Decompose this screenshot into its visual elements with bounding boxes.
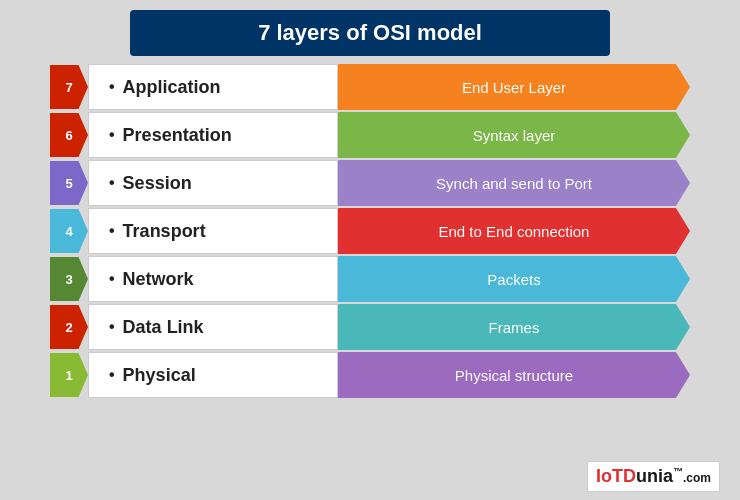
layer-number-3: 3: [50, 257, 88, 301]
layer-row: 3•NetworkPackets: [50, 256, 690, 302]
bullet-icon: •: [109, 270, 115, 288]
layer-row: 5•SessionSynch and send to Port: [50, 160, 690, 206]
bullet-icon: •: [109, 222, 115, 240]
layer-name-2: •Session: [88, 160, 338, 206]
layer-desc-0: End User Layer: [338, 64, 690, 110]
layer-desc-2: Synch and send to Port: [338, 160, 690, 206]
brand-iot: IoT: [596, 466, 623, 486]
layer-name-3: •Transport: [88, 208, 338, 254]
layer-row: 7•ApplicationEnd User Layer: [50, 64, 690, 110]
layer-number-6: 6: [50, 113, 88, 157]
brand-tm: ™: [673, 466, 683, 477]
layer-row: 4•TransportEnd to End connection: [50, 208, 690, 254]
layer-desc-6: Physical structure: [338, 352, 690, 398]
bullet-icon: •: [109, 78, 115, 96]
page-title: 7 layers of OSI model: [258, 20, 482, 45]
layer-number-4: 4: [50, 209, 88, 253]
bullet-icon: •: [109, 366, 115, 384]
layer-desc-5: Frames: [338, 304, 690, 350]
layer-label: Physical: [123, 365, 196, 386]
layer-number-7: 7: [50, 65, 88, 109]
brand-com: .com: [683, 471, 711, 485]
layer-label: Transport: [123, 221, 206, 242]
layer-label: Data Link: [123, 317, 204, 338]
brand-logo: IoTDunia™.com: [587, 461, 720, 492]
layer-label: Application: [123, 77, 221, 98]
layer-desc-1: Syntax layer: [338, 112, 690, 158]
layer-name-0: •Application: [88, 64, 338, 110]
layers-container: 7•ApplicationEnd User Layer6•Presentatio…: [20, 64, 720, 398]
layer-number-1: 1: [50, 353, 88, 397]
bullet-icon: •: [109, 318, 115, 336]
layer-row: 6•PresentationSyntax layer: [50, 112, 690, 158]
brand-d: D: [623, 466, 636, 486]
layer-label: Session: [123, 173, 192, 194]
layer-row: 1•PhysicalPhysical structure: [50, 352, 690, 398]
bullet-icon: •: [109, 126, 115, 144]
brand-unia: unia: [636, 466, 673, 486]
layer-desc-3: End to End connection: [338, 208, 690, 254]
layer-number-2: 2: [50, 305, 88, 349]
layer-name-5: •Data Link: [88, 304, 338, 350]
layer-desc-4: Packets: [338, 256, 690, 302]
layer-label: Presentation: [123, 125, 232, 146]
main-container: 7 layers of OSI model 7•ApplicationEnd U…: [0, 0, 740, 500]
bullet-icon: •: [109, 174, 115, 192]
layer-row: 2•Data LinkFrames: [50, 304, 690, 350]
layer-label: Network: [123, 269, 194, 290]
layer-number-5: 5: [50, 161, 88, 205]
layer-name-4: •Network: [88, 256, 338, 302]
layer-name-6: •Physical: [88, 352, 338, 398]
layer-name-1: •Presentation: [88, 112, 338, 158]
title-bar: 7 layers of OSI model: [130, 10, 610, 56]
